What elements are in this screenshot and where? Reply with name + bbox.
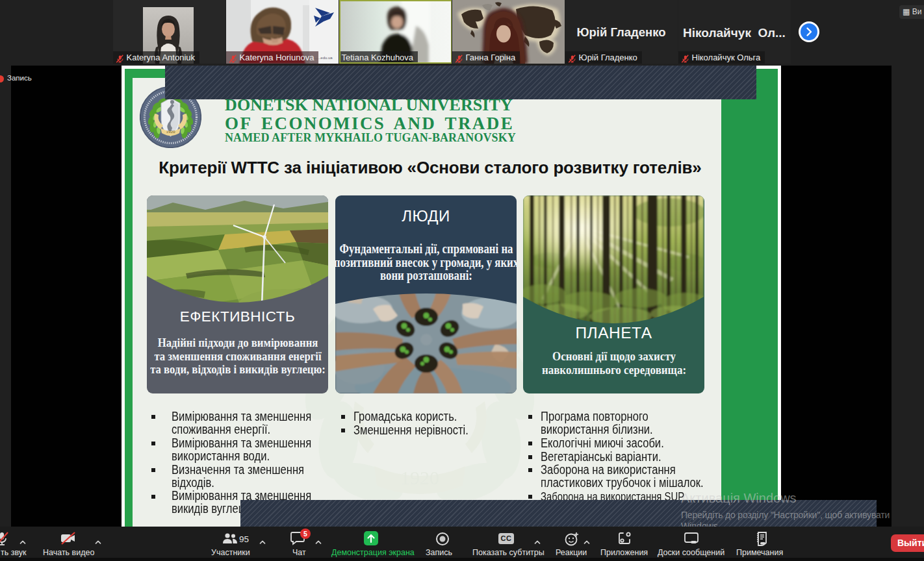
svg-text:1920: 1920 bbox=[166, 129, 176, 134]
svg-text:1920: 1920 bbox=[400, 467, 439, 488]
